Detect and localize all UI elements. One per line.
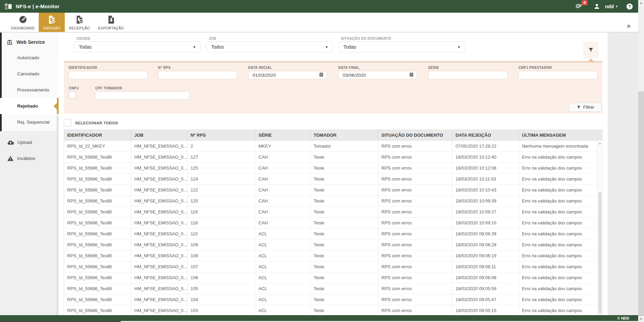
- table-row[interactable]: RPS_Id_55686_Tes88HM_NFSE_EMISSAO_0...12…: [64, 163, 602, 174]
- n-rps-input[interactable]: [158, 71, 237, 79]
- table-cell: CAH: [255, 163, 311, 173]
- sidebar-item-invalidos[interactable]: Inválidos: [0, 150, 59, 166]
- table-row[interactable]: RPS_Id_55686_Tes88HM_NFSE_EMISSAO_0...10…: [64, 294, 602, 305]
- table-cell: Teste: [311, 163, 378, 173]
- table-cell: 18/03/2020 10:09:27: [452, 207, 519, 217]
- table-row[interactable]: RPS_Id_55686_Tes88HM_NFSE_EMISSAO_0...10…: [64, 272, 602, 283]
- page-scrollbar[interactable]: ▲ ▼: [638, 0, 644, 322]
- table-row[interactable]: RPS_Id_55686_Tes88HM_NFSE_EMISSAO_0...12…: [64, 185, 602, 196]
- sidebar-item-rej-sequencial[interactable]: Rej. Sequencial: [0, 114, 59, 130]
- table-cell: 18/03/2020 10:09:10: [452, 218, 519, 228]
- copyright: © NDD: [617, 316, 629, 320]
- table-row[interactable]: RPS_Id_55686_Tes88HM_NFSE_EMISSAO_0...12…: [64, 174, 602, 185]
- table-cell: HM_NFSE_EMISSAO_0...: [131, 152, 187, 162]
- sidebar-item-rejeitado[interactable]: Rejeitado: [0, 98, 59, 114]
- settings-gears-icon[interactable]: ⚙⚙ 4: [575, 3, 582, 9]
- field-cnpj-checkbox: CNPJ: [69, 86, 78, 98]
- table-cell: 118: [187, 218, 255, 228]
- column-header-job[interactable]: JOB: [131, 130, 187, 141]
- table-cell: 110: [187, 228, 255, 239]
- table-cell: Erro na validação dos campos: [519, 163, 598, 173]
- table-cell: 18/03/2020 09:05:15: [452, 305, 519, 315]
- sidebar-item-upload[interactable]: Upload: [0, 134, 59, 150]
- table-row[interactable]: RPS_Id_55686_Tes88HM_NFSE_EMISSAO_0...11…: [64, 218, 602, 228]
- table-cell: HM_NFSE_EMISSAO_0...: [131, 283, 187, 294]
- results-table: IDENTIFICADOR JOB Nº RPS SÉRIE TOMADOR S…: [64, 129, 603, 315]
- sidebar-group-header[interactable]: Web Service: [0, 35, 59, 50]
- sidebar-item-autorizado[interactable]: Autorizado: [0, 50, 59, 66]
- field-cnpj-prestador: CNPJ PRESTADOR: [519, 66, 597, 79]
- table-row[interactable]: RPS_Id_55686_Tes88HM_NFSE_EMISSAO_0...11…: [64, 207, 602, 218]
- content-card: CIDADE Todas▼ JOB Todos▼ SITUAÇÃO DO DOC…: [59, 33, 608, 315]
- column-header-ultima-mensagem[interactable]: ÚLTIMA MENSAGEM: [519, 130, 598, 141]
- table-row[interactable]: RPS_Id_55686_Tes88HM_NFSE_EMISSAO_0...11…: [64, 228, 602, 239]
- table-row[interactable]: RPS_Id_55686_Tes88HM_NFSE_EMISSAO_0...10…: [64, 305, 602, 315]
- scroll-up-icon[interactable]: ▲: [638, 0, 644, 6]
- column-header-situacao[interactable]: SITUAÇÃO DO DOCUMENTO: [378, 130, 452, 141]
- user-icon[interactable]: [594, 3, 600, 10]
- tab-recepcao[interactable]: RECEPÇÃO: [65, 13, 94, 32]
- table-cell: CAH: [255, 152, 311, 162]
- table-row[interactable]: RPS_Id_55686_Tes88HM_NFSE_EMISSAO_0...10…: [64, 239, 602, 250]
- table-row[interactable]: RPS_Id_22_MKEYHM_NFSE_EMISSAO_0...2MKEYT…: [64, 141, 602, 152]
- table-scrollbar[interactable]: ▲: [597, 141, 602, 315]
- scroll-up-icon[interactable]: ▲: [598, 141, 602, 145]
- table-cell: 07/05/2020 17:29:22: [452, 141, 519, 151]
- cloud-upload-icon: [7, 140, 14, 145]
- collapse-toolbar-icon[interactable]: [626, 24, 631, 30]
- data-final-input[interactable]: 03/06/2020: [338, 71, 417, 79]
- select-cidade-value: Todas: [79, 44, 193, 50]
- table-cell: HM_NFSE_EMISSAO_0...: [131, 261, 187, 272]
- column-header-n-rps[interactable]: Nº RPS: [187, 130, 255, 141]
- table-scrollbar-thumb[interactable]: [598, 192, 602, 314]
- page-scrollbar-thumb[interactable]: [638, 6, 644, 91]
- tab-dashboard[interactable]: DASHBOARD: [7, 13, 39, 32]
- column-header-tomador[interactable]: TOMADOR: [311, 130, 378, 141]
- toggle-filter-panel-button[interactable]: [583, 42, 598, 58]
- filtrar-button[interactable]: Filtrar: [569, 103, 602, 112]
- table-cell: Teste: [311, 283, 378, 294]
- table-row[interactable]: RPS_Id_55686_Tes88HM_NFSE_EMISSAO_0...10…: [64, 283, 602, 294]
- table-cell: 18/03/2020 09:06:19: [452, 250, 519, 261]
- tab-exportacao[interactable]: EXPORTAÇÃO: [94, 13, 128, 32]
- sidebar-item-cancelado[interactable]: Cancelado: [0, 66, 59, 82]
- cnpj-checkbox[interactable]: [69, 91, 76, 98]
- table-cell: 104: [187, 294, 255, 305]
- table-cell: RPS com erros: [378, 141, 452, 151]
- column-header-identificador[interactable]: IDENTIFICADOR: [64, 130, 131, 141]
- table-cell: Teste: [311, 152, 378, 162]
- top-bar: NFS-e | e-Monitor ⚙⚙ 4 ndd ▾ ?: [0, 0, 638, 13]
- table-cell: Teste: [311, 228, 378, 239]
- notifications-badge: 4: [582, 0, 588, 5]
- table-cell: CAH: [255, 174, 311, 184]
- table-row[interactable]: RPS_Id_55686_Tes88HM_NFSE_EMISSAO_0...12…: [64, 196, 602, 207]
- table-row[interactable]: RPS_Id_55686_Tes88HM_NFSE_EMISSAO_0...10…: [64, 250, 602, 261]
- field-data-inicial: DATA INICIAL 01/03/2020: [248, 66, 327, 79]
- document-down-check-icon: [75, 15, 84, 24]
- table-row[interactable]: RPS_Id_55686_Tes88HM_NFSE_EMISSAO_0...12…: [64, 152, 602, 163]
- column-header-data-rejeicao[interactable]: DATA REJEIÇÃO: [452, 130, 519, 141]
- calendar-icon[interactable]: [409, 72, 414, 78]
- select-all-row: SELECIONAR TODOS: [64, 119, 118, 127]
- username[interactable]: ndd: [605, 4, 614, 9]
- identificador-input[interactable]: [69, 71, 148, 79]
- serie-input[interactable]: [428, 71, 508, 79]
- user-menu-caret-icon[interactable]: ▾: [616, 4, 618, 8]
- help-icon[interactable]: ?: [627, 3, 633, 10]
- cnpj-prestador-input[interactable]: [519, 71, 597, 79]
- cpf-tomador-input[interactable]: [95, 91, 190, 100]
- table-cell: Teste: [311, 239, 378, 250]
- app-window: NFS-e | e-Monitor ⚙⚙ 4 ndd ▾ ? DASHBOARD: [0, 0, 644, 322]
- calendar-icon[interactable]: [319, 72, 324, 78]
- table-cell: 125: [187, 163, 255, 173]
- table-cell: RPS com erros: [378, 250, 452, 261]
- column-header-serie[interactable]: SÉRIE: [255, 130, 311, 141]
- table-cell: ACL: [255, 261, 311, 272]
- table-row[interactable]: RPS_Id_55686_Tes88HM_NFSE_EMISSAO_0...10…: [64, 261, 602, 272]
- select-all-checkbox[interactable]: [64, 119, 71, 127]
- table-cell: Erro na validação dos campos: [519, 207, 598, 217]
- tab-emissao[interactable]: EMISSÃO: [39, 13, 65, 32]
- scroll-down-icon[interactable]: ▼: [638, 316, 644, 322]
- data-inicial-input[interactable]: 01/03/2020: [248, 71, 327, 79]
- sidebar-item-processamento[interactable]: Processamento: [0, 82, 59, 98]
